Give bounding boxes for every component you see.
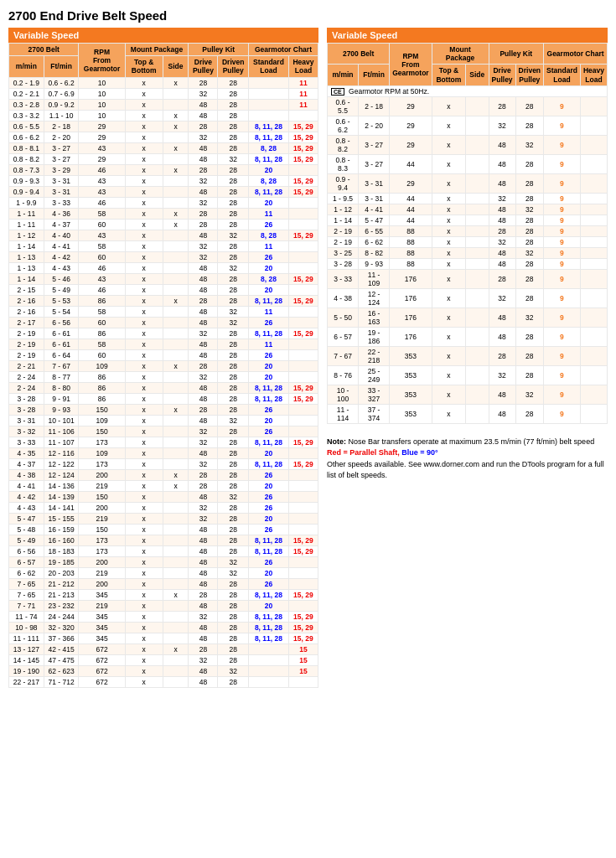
- table-cell: x: [125, 360, 163, 371]
- table-cell: 48: [489, 135, 515, 154]
- table-cell: x: [125, 513, 163, 524]
- table-cell: 28: [218, 175, 249, 186]
- table-cell: x: [125, 600, 163, 611]
- table-cell: x: [432, 236, 465, 247]
- table-cell: x: [432, 327, 465, 346]
- table-cell: 0.2 - 2.1: [9, 88, 44, 99]
- table-cell: 88: [390, 236, 432, 247]
- table-row: 4 - 3812 - 124176x32289: [328, 288, 608, 308]
- table-cell: [163, 415, 189, 426]
- table-row: 1 - 124 - 4043x48328, 2815, 29: [9, 230, 318, 240]
- table-cell: 9: [544, 385, 581, 404]
- table-cell: 28: [218, 328, 249, 339]
- table-cell: 25 - 249: [359, 365, 390, 385]
- table-cell: x: [125, 230, 163, 240]
- table-cell: 28: [515, 269, 543, 288]
- table-cell: 37 - 374: [359, 404, 390, 423]
- table-cell: 4 - 42: [44, 251, 79, 262]
- table-cell: 15, 29: [288, 535, 318, 545]
- note-label: Note:: [327, 437, 346, 446]
- table-cell: 44: [390, 204, 432, 214]
- table-cell: 9: [544, 269, 581, 288]
- table-cell: 15, 29: [288, 328, 318, 339]
- table-cell: 48: [189, 578, 218, 589]
- table-cell: [288, 676, 318, 687]
- table-cell: 8, 11, 28: [248, 186, 288, 197]
- table-cell: [248, 110, 288, 121]
- table-cell: x: [125, 262, 163, 273]
- table-cell: 48: [189, 676, 218, 687]
- table-cell: 15, 29: [288, 633, 318, 644]
- table-cell: 2 - 19: [9, 349, 44, 360]
- table-cell: 32: [189, 240, 218, 251]
- table-cell: 15, 29: [288, 230, 318, 240]
- table-cell: x: [125, 480, 163, 491]
- table-cell: x: [163, 589, 189, 600]
- table-cell: 1 - 11: [9, 219, 44, 230]
- table-cell: x: [125, 99, 163, 110]
- table-cell: [163, 535, 189, 545]
- ce-note-text: Gearmotor RPM at 50Hz.: [349, 87, 429, 96]
- table-cell: [248, 676, 288, 687]
- table-cell: [248, 644, 288, 654]
- table-cell: 28: [189, 360, 218, 371]
- table-cell: 48: [189, 230, 218, 240]
- th-mmin: m/min: [9, 56, 44, 77]
- table-cell: 28: [189, 164, 218, 175]
- table-cell: 353: [390, 404, 432, 423]
- table-cell: 8, 11, 28: [248, 121, 288, 132]
- table-cell: x: [125, 371, 163, 382]
- table-cell: 11 - 109: [359, 269, 390, 288]
- table-cell: 176: [390, 327, 432, 346]
- rth-belt: 2700 Belt: [328, 44, 390, 65]
- table-cell: 28: [218, 360, 249, 371]
- table-cell: [163, 567, 189, 578]
- table-cell: [580, 247, 607, 258]
- table-cell: 28: [189, 480, 218, 491]
- th-pulley: Pulley Kit: [189, 44, 249, 56]
- table-cell: [580, 346, 607, 365]
- table-cell: [163, 99, 189, 110]
- table-cell: 1 - 13: [9, 251, 44, 262]
- table-cell: 15, 29: [288, 458, 318, 469]
- table-row: 3 - 289 - 9388x48289: [328, 258, 608, 269]
- table-cell: 46: [79, 164, 125, 175]
- table-cell: 46: [79, 262, 125, 273]
- table-cell: 28: [218, 545, 249, 556]
- table-cell: 4 - 42: [9, 491, 44, 502]
- table-cell: 20: [248, 371, 288, 382]
- table-cell: x: [125, 578, 163, 589]
- table-cell: 28: [218, 535, 249, 545]
- table-cell: 32: [515, 385, 543, 404]
- table-cell: [163, 251, 189, 262]
- table-cell: 28: [218, 404, 249, 415]
- table-cell: 32: [189, 197, 218, 208]
- table-cell: 150: [79, 491, 125, 502]
- th-rpm: RPMFromGearmotor: [79, 44, 125, 78]
- table-cell: 1.1 - 10: [44, 110, 79, 121]
- table-cell: 44: [390, 154, 432, 173]
- table-cell: x: [125, 110, 163, 121]
- table-cell: 19 - 186: [359, 327, 390, 346]
- table-row: 3 - 289 - 9186x48288, 11, 2815, 29: [9, 393, 318, 404]
- table-row: 7 - 6521 - 212200x482826: [9, 578, 318, 589]
- table-row: 0.8 - 8.23 - 2729x48328, 11, 2815, 29: [9, 153, 318, 164]
- table-cell: 86: [79, 393, 125, 404]
- table-cell: 11: [248, 240, 288, 251]
- table-cell: [163, 230, 189, 240]
- table-cell: 8, 11, 28: [248, 437, 288, 447]
- table-cell: 29: [79, 132, 125, 142]
- table-cell: 2 - 17: [9, 317, 44, 328]
- table-cell: 28: [189, 208, 218, 219]
- table-cell: 345: [79, 611, 125, 622]
- table-cell: x: [432, 365, 465, 385]
- table-cell: 88: [390, 225, 432, 236]
- table-cell: 9: [544, 288, 581, 308]
- table-cell: x: [163, 644, 189, 654]
- table-cell: x: [125, 644, 163, 654]
- table-row: 1 - 145 - 4643x48288, 2815, 29: [9, 273, 318, 284]
- table-cell: 9: [544, 236, 581, 247]
- table-cell: [580, 236, 607, 247]
- table-cell: 26: [248, 404, 288, 415]
- table-cell: 6 - 56: [9, 545, 44, 556]
